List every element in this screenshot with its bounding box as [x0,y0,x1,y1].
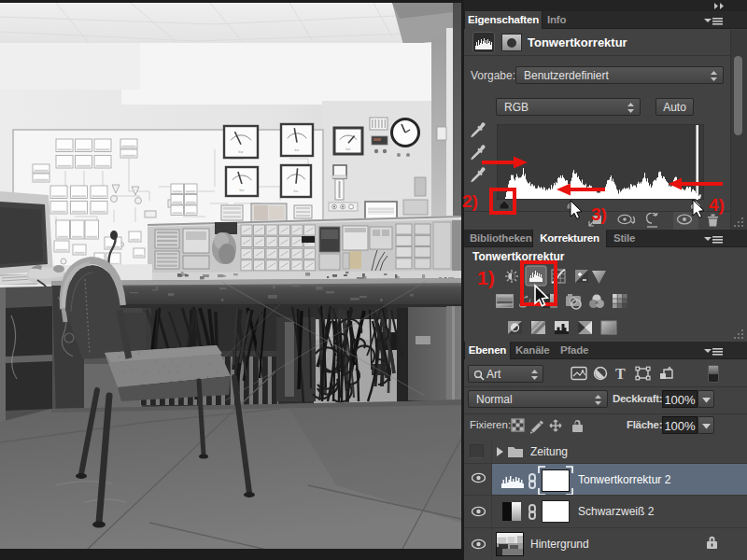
svg-text:4): 4) [709,195,725,215]
svg-text:3): 3) [591,204,607,224]
svg-text:2): 2) [462,191,478,211]
svg-text:1): 1) [477,267,495,288]
